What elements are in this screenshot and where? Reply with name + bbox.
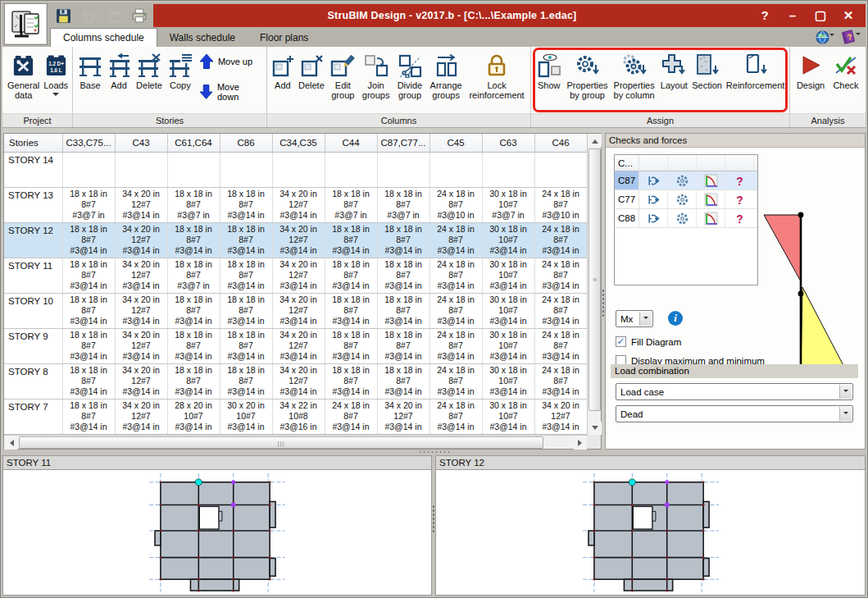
maximize-button[interactable]: ▢ xyxy=(807,8,834,23)
story-delete-button[interactable]: Delete xyxy=(133,49,166,90)
checks-grid-column-header[interactable]: C... xyxy=(615,155,639,171)
language-globe-icon[interactable] xyxy=(816,30,834,44)
loads-button[interactable]: 1.2 D+1.6 L Loads xyxy=(42,49,70,99)
schedule-cell[interactable]: 18 x 18 in 8#7 #3@14 in xyxy=(220,293,272,328)
help-button[interactable]: ? xyxy=(751,8,779,23)
schedule-cell[interactable]: 28 x 20 in 10#7 #3@14 in xyxy=(167,399,220,434)
join-groups-button[interactable]: Join groups xyxy=(359,49,393,100)
bottom-vertical-splitter[interactable] xyxy=(432,455,435,596)
schedule-cell[interactable]: 24 x 18 in 8#7 #3@14 in xyxy=(534,222,587,258)
scroll-left-button[interactable] xyxy=(4,436,17,450)
move-down-button[interactable]: Move down xyxy=(200,82,261,102)
schedule-cell[interactable] xyxy=(534,152,587,187)
schedule-cell[interactable]: 24 x 18 in 8#7 #3@14 in xyxy=(429,328,482,363)
story-row-header[interactable]: STORY 14 xyxy=(4,152,62,187)
schedule-cell[interactable]: 18 x 18 in 8#7 #3@14 in xyxy=(220,258,272,293)
close-button[interactable]: ✕ xyxy=(834,8,862,23)
schedule-cell[interactable]: 34 x 20 in 12#7 #3@14 in xyxy=(272,258,325,293)
schedule-cell[interactable]: 34 x 20 in 12#7 #3@14 in xyxy=(377,399,429,434)
general-data-button[interactable]: General data xyxy=(5,49,42,100)
schedule-cell[interactable]: 34 x 20 in 12#7 #3@14 in xyxy=(272,328,325,363)
vertical-scroll-thumb[interactable]: ≡ xyxy=(589,148,601,411)
settings-gear-icon[interactable] xyxy=(668,190,697,208)
help-book-icon[interactable]: ? xyxy=(841,30,861,44)
schedule-cell[interactable]: 18 x 18 in 8#7 #3@14 in xyxy=(325,258,377,293)
interaction-diagram-icon[interactable] xyxy=(697,171,725,189)
properties-by-group-button[interactable]: Properties by group xyxy=(564,49,610,100)
schedule-cell[interactable]: 30 x 18 in 10#7 #3@14 in xyxy=(482,258,534,293)
schedule-cell[interactable]: 30 x 18 in 10#7 #3@14 in xyxy=(482,293,534,328)
schedule-cell[interactable]: 18 x 18 in 8#7 #3@14 in xyxy=(377,328,429,363)
schedule-cell[interactable]: 18 x 18 in 8#7 #3@14 in xyxy=(62,293,115,328)
schedule-cell[interactable] xyxy=(377,152,429,187)
schedule-cell[interactable]: 34 x 20 in 12#7 #3@14 in xyxy=(115,222,167,258)
schedule-cell[interactable]: 24 x 18 in 8#7 #3@10 in xyxy=(429,187,482,222)
load-type-dropdown[interactable]: Load case xyxy=(616,383,853,400)
lock-reinforcement-button[interactable]: Lock reinforcement xyxy=(466,49,528,100)
schedule-cell[interactable]: 34 x 20 in 12#7 #3@14 in xyxy=(534,399,587,434)
schedule-cell[interactable]: 30 x 18 in 10#7 #3@7 in xyxy=(482,187,534,222)
schedule-cell[interactable]: 34 x 20 in 12#7 #3@14 in xyxy=(272,293,325,328)
section-button[interactable]: Section xyxy=(690,49,724,90)
column-id-cell[interactable]: C88 xyxy=(615,209,639,227)
story-row-header[interactable]: STORY 8 xyxy=(4,363,62,399)
schedule-cell[interactable]: 18 x 18 in 8#7 #3@14 in xyxy=(377,258,429,293)
column-group-header[interactable]: C33,C75... xyxy=(62,134,115,152)
story-row-header[interactable]: STORY 10 xyxy=(4,293,62,328)
force-selector-dropdown[interactable]: Mx xyxy=(616,310,653,327)
schedule-cell[interactable]: 18 x 18 in 8#7 #3@14 in xyxy=(220,222,272,258)
schedule-cell[interactable]: 34 x 20 in 12#7 #3@14 in xyxy=(115,293,167,328)
section-cut-icon[interactable] xyxy=(639,209,668,227)
edit-group-button[interactable]: Edit group xyxy=(327,49,358,100)
schedule-cell[interactable]: 18 x 18 in 8#7 #3@14 in xyxy=(167,293,220,328)
redo-icon[interactable] xyxy=(106,7,122,24)
properties-by-column-button[interactable]: Properties by column xyxy=(611,49,658,100)
schedule-cell[interactable]: 18 x 18 in 8#7 #3@7 in xyxy=(167,258,220,293)
app-logo-icon[interactable] xyxy=(4,3,48,45)
schedule-cell[interactable]: 34 x 20 in 12#7 #3@14 in xyxy=(272,222,325,258)
story-copy-button[interactable]: Copy xyxy=(166,49,195,90)
schedule-cell[interactable]: 18 x 18 in 8#7 #3@14 in xyxy=(325,363,377,399)
story-base-button[interactable]: Base xyxy=(75,49,105,90)
save-icon[interactable] xyxy=(55,7,71,24)
schedule-cell[interactable] xyxy=(429,152,482,187)
column-group-header[interactable]: C61,C64 xyxy=(167,134,220,152)
schedule-cell[interactable]: 18 x 18 in 8#7 #3@14 in xyxy=(220,363,272,399)
divide-group-button[interactable]: Divide group xyxy=(393,49,426,100)
schedule-cell[interactable]: 18 x 18 in 8#7 #3@7 in xyxy=(62,187,115,222)
schedule-cell[interactable]: 34 x 20 in 12#7 #3@14 in xyxy=(115,258,167,293)
tab-columns-schedule[interactable]: Columns schedule xyxy=(50,28,157,47)
schedule-cell[interactable]: 34 x 20 in 12#7 #3@14 in xyxy=(115,399,167,434)
schedule-cell[interactable]: 18 x 18 in 8#7 #3@14 in xyxy=(167,363,220,399)
tab-walls-schedule[interactable]: Walls schedule xyxy=(157,29,248,47)
arrange-groups-button[interactable]: Arrange groups xyxy=(426,49,466,100)
horizontal-scrollbar[interactable]: ||| xyxy=(4,435,587,449)
column-delete-button[interactable]: Delete xyxy=(296,49,327,90)
schedule-cell[interactable] xyxy=(482,152,534,187)
schedule-cell[interactable]: 18 x 18 in 8#7 #3@14 in xyxy=(220,187,272,222)
schedule-cell[interactable]: 18 x 18 in 8#7 #3@7 in xyxy=(167,187,220,222)
check-status-question-icon[interactable]: ? xyxy=(725,171,754,189)
show-button[interactable]: Show xyxy=(534,49,564,90)
schedule-cell[interactable] xyxy=(167,152,220,187)
schedule-cell[interactable] xyxy=(115,152,167,187)
schedule-cell[interactable]: 24 x 18 in 8#7 #3@14 in xyxy=(429,222,482,258)
move-up-button[interactable]: Move up xyxy=(200,54,261,69)
schedule-cell[interactable]: 34 x 20 in 12#7 #3@14 in xyxy=(272,187,325,222)
column-id-cell[interactable]: C87 xyxy=(615,171,639,189)
section-cut-icon[interactable] xyxy=(639,171,668,189)
horizontal-scroll-thumb[interactable]: ||| xyxy=(19,436,543,449)
column-group-header[interactable]: C45 xyxy=(429,134,482,152)
story-row-header[interactable]: STORY 13 xyxy=(4,187,62,222)
schedule-cell[interactable]: 24 x 18 in 8#7 #3@14 in xyxy=(429,399,482,434)
schedule-cell[interactable]: 24 x 18 in 8#7 #3@14 in xyxy=(429,293,482,328)
vertical-scrollbar[interactable]: ≡ xyxy=(587,134,601,435)
story-add-button[interactable]: Add xyxy=(105,49,133,90)
check-button[interactable]: Check xyxy=(829,49,863,90)
scroll-down-button[interactable] xyxy=(588,422,602,435)
schedule-cell[interactable] xyxy=(220,152,272,187)
schedule-cell[interactable]: 30 x 18 in 10#7 #3@14 in xyxy=(482,328,534,363)
schedule-cell[interactable]: 18 x 18 in 8#7 #3@14 in xyxy=(377,222,429,258)
column-id-cell[interactable]: C77 xyxy=(615,190,639,208)
column-group-header[interactable]: C43 xyxy=(115,134,167,152)
